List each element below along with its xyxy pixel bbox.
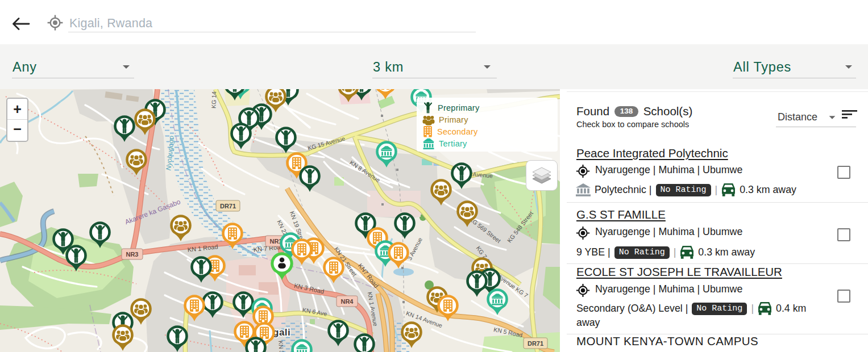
svg-text:DR71: DR71	[528, 340, 543, 347]
svg-text:KG 14: KG 14	[210, 91, 217, 108]
svg-text:NR4: NR4	[340, 298, 354, 305]
svg-text:DR71: DR71	[220, 203, 236, 209]
svg-text:KN 3: KN 3	[277, 341, 285, 352]
svg-text:NR3: NR3	[126, 251, 138, 258]
